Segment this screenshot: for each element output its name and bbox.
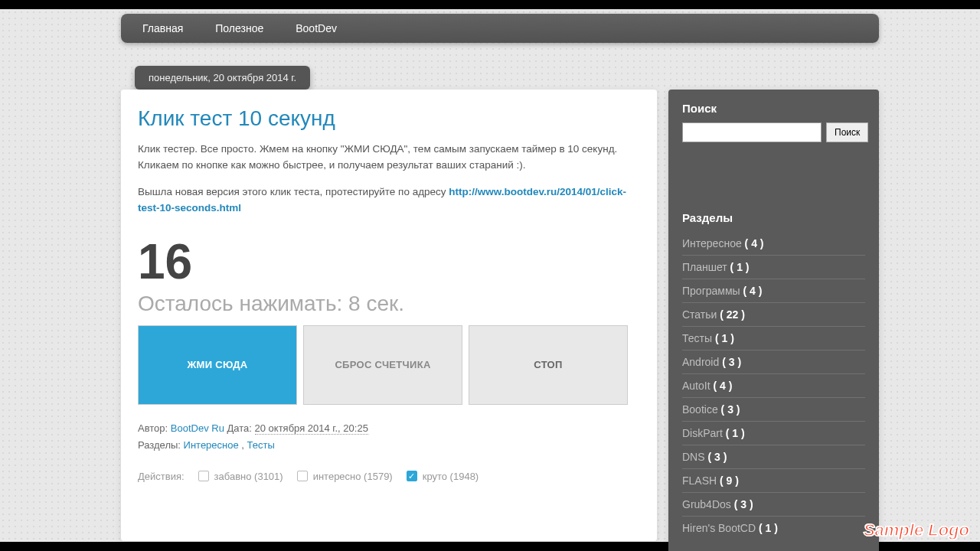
post-paragraph: Вышла новая версия этого клик теста, про… xyxy=(138,184,640,217)
post-title[interactable]: Клик тест 10 секунд xyxy=(138,106,640,131)
category-link[interactable]: FLASH xyxy=(682,474,717,487)
category-count: ( 3 ) xyxy=(731,498,753,510)
category-link[interactable]: Планшет xyxy=(682,261,727,273)
category-link[interactable]: Grub4Dos xyxy=(682,498,731,510)
author-link[interactable]: BootDev Ru xyxy=(171,422,224,434)
nav-link-bootdev[interactable]: BootDev xyxy=(296,22,337,34)
category-link[interactable]: DiskPart xyxy=(682,427,723,439)
category-item[interactable]: Android ( 3 ) xyxy=(682,350,865,374)
search-input[interactable] xyxy=(682,122,822,142)
button-row: ЖМИ СЮДА СБРОС СЧЕТЧИКА СТОП xyxy=(138,325,640,405)
category-count: ( 1 ) xyxy=(756,522,778,534)
category-link[interactable]: AutoIt xyxy=(682,380,710,392)
search-button[interactable]: Поиск xyxy=(826,122,868,142)
time-remaining: Осталось нажимать: 8 сек. xyxy=(138,292,640,316)
category-item[interactable]: FLASH ( 9 ) xyxy=(682,469,865,493)
category-count: ( 22 ) xyxy=(717,308,745,321)
tag-link[interactable]: Тесты xyxy=(247,439,275,451)
tag-link[interactable]: Интересное xyxy=(184,439,239,451)
category-item[interactable]: Grub4Dos ( 3 ) xyxy=(682,493,865,517)
category-count: ( 3 ) xyxy=(718,403,740,416)
search-row: Поиск xyxy=(682,122,865,142)
category-item[interactable]: Hiren's BootCD ( 1 ) xyxy=(682,517,865,540)
category-item[interactable]: Статьи ( 22 ) xyxy=(682,303,865,327)
nav-link-useful[interactable]: Полезное xyxy=(215,22,263,34)
category-link[interactable]: Статьи xyxy=(682,308,717,321)
text: Вышла новая версия этого клик теста, про… xyxy=(138,186,449,197)
reactions-label: Действия: xyxy=(138,471,185,482)
reaction-text: круто (1948) xyxy=(423,471,479,482)
category-item[interactable]: Интересное ( 4 ) xyxy=(682,232,865,256)
reaction-text: забавно (3101) xyxy=(214,471,283,482)
reaction-interesting[interactable]: интересно (1579) xyxy=(297,471,393,482)
checkbox-icon xyxy=(198,471,209,481)
category-count: ( 4 ) xyxy=(742,237,764,249)
category-item[interactable]: Программы ( 4 ) xyxy=(682,279,865,303)
category-count: ( 4 ) xyxy=(710,380,733,392)
click-here-button[interactable]: ЖМИ СЮДА xyxy=(138,325,297,405)
post-meta: Автор: BootDev Ru Дата: 20 октября 2014 … xyxy=(138,420,640,454)
date-label: Дата: xyxy=(224,422,255,434)
category-link[interactable]: Android xyxy=(682,356,719,368)
category-item[interactable]: Bootice ( 3 ) xyxy=(682,398,865,422)
category-link[interactable]: DNS xyxy=(682,451,705,463)
tag-sep: , xyxy=(239,439,247,451)
category-item[interactable]: DiskPart ( 1 ) xyxy=(682,422,865,445)
category-link[interactable]: Hiren's BootCD xyxy=(682,522,756,534)
author-label: Автор: xyxy=(138,422,171,434)
reaction-funny[interactable]: забавно (3101) xyxy=(198,471,283,482)
nav-link-home[interactable]: Главная xyxy=(142,22,183,34)
category-item[interactable]: Тесты ( 1 ) xyxy=(682,327,865,350)
watermark-logo: Sample Logo xyxy=(864,520,969,540)
category-count: ( 4 ) xyxy=(740,285,763,297)
top-nav: Главная Полезное BootDev xyxy=(121,14,879,43)
category-count: ( 1 ) xyxy=(723,427,745,439)
reset-counter-button[interactable]: СБРОС СЧЕТЧИКА xyxy=(303,325,462,405)
checkbox-icon xyxy=(297,471,308,481)
reaction-cool[interactable]: ✓ круто (1948) xyxy=(407,471,479,482)
sidebar: Поиск Поиск Разделы Интересное ( 4 )План… xyxy=(668,90,879,551)
category-item[interactable]: AutoIt ( 4 ) xyxy=(682,374,865,398)
category-count: ( 3 ) xyxy=(719,356,741,368)
post-card: Клик тест 10 секунд Клик тестер. Все про… xyxy=(121,90,657,541)
reaction-text: интересно (1579) xyxy=(313,471,393,482)
category-count: ( 9 ) xyxy=(717,474,739,487)
category-count: ( 1 ) xyxy=(727,261,750,273)
category-count: ( 3 ) xyxy=(705,451,727,463)
category-link[interactable]: Тесты xyxy=(682,332,712,344)
post-body: Клик тестер. Все просто. Жмем на кнопку … xyxy=(138,142,640,217)
category-link[interactable]: Программы xyxy=(682,285,740,297)
checkbox-icon: ✓ xyxy=(407,471,417,481)
click-counter: 16 xyxy=(138,233,640,290)
category-item[interactable]: Планшет ( 1 ) xyxy=(682,256,865,279)
sections-label: Разделы: xyxy=(138,439,184,451)
category-item[interactable]: DNS ( 3 ) xyxy=(682,445,865,469)
categories-list: Интересное ( 4 )Планшет ( 1 )Программы (… xyxy=(682,232,865,540)
post-datetime: 20 октября 2014 г., 20:25 xyxy=(255,422,368,435)
category-link[interactable]: Bootice xyxy=(682,403,718,416)
sections-heading: Разделы xyxy=(682,211,865,224)
search-heading: Поиск xyxy=(682,102,865,115)
category-count: ( 1 ) xyxy=(712,332,734,344)
reactions-row: Действия: забавно (3101) интересно (1579… xyxy=(138,471,640,482)
post-paragraph: Клик тестер. Все просто. Жмем на кнопку … xyxy=(138,142,640,174)
post-date-pill: понедельник, 20 октября 2014 г. xyxy=(135,66,310,90)
stop-button[interactable]: СТОП xyxy=(469,325,628,405)
category-link[interactable]: Интересное xyxy=(682,237,742,249)
